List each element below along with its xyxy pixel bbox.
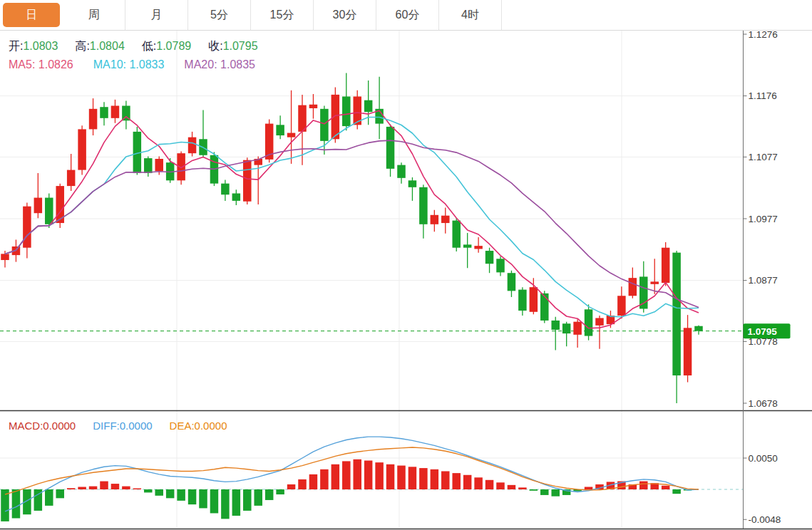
candle-body [342, 96, 351, 126]
macd-bar [89, 487, 98, 489]
macd-bar [508, 485, 516, 489]
ma20-line [5, 140, 699, 307]
macd-bar [210, 489, 219, 513]
tab-15min[interactable]: 15分 [251, 0, 314, 30]
candle-body [694, 326, 703, 331]
macd-bar [386, 464, 395, 489]
macd-bar [12, 489, 21, 518]
macd-bar [309, 474, 318, 489]
candle-body [45, 198, 53, 224]
macd-bar [188, 489, 197, 504]
candle-body [617, 296, 626, 316]
candle-body [364, 100, 372, 112]
macd-bar [397, 466, 406, 489]
macd-bar [320, 469, 329, 489]
candle-body [67, 170, 76, 187]
candle-body [639, 276, 648, 308]
macd-bar [287, 484, 296, 489]
candle-body [23, 207, 31, 248]
candle-body [111, 105, 120, 118]
macd-bar [78, 487, 86, 489]
macd-bar [177, 489, 185, 501]
candle-body [100, 107, 108, 118]
tab-5min[interactable]: 5分 [188, 0, 251, 30]
macd-bar [100, 482, 108, 489]
ma-lines [5, 110, 699, 328]
tab-month[interactable]: 月 [125, 0, 188, 30]
macd-bar [144, 489, 153, 492]
price-tick-label: 1.1176 [749, 90, 777, 101]
macd-bar [155, 489, 163, 496]
candle-body [287, 133, 296, 137]
macd-bar [672, 489, 681, 494]
axes [0, 31, 812, 529]
candle-body [562, 323, 571, 333]
candle-body [188, 137, 197, 154]
tab-4hour[interactable]: 4时 [439, 0, 502, 30]
candle-body [684, 328, 692, 375]
candle-body [540, 293, 549, 321]
candle-body [518, 290, 527, 311]
tab-day[interactable]: 日 [3, 3, 60, 27]
macd-bar [298, 479, 307, 489]
macd-bar [419, 468, 428, 489]
macd-bar [530, 489, 538, 491]
macd-bar [166, 489, 175, 498]
macd-bar [431, 469, 439, 489]
macd-bar [56, 489, 64, 498]
candle-body [397, 165, 406, 178]
candle-body [89, 109, 98, 130]
candle-body [441, 216, 450, 223]
macd-bar [639, 482, 648, 489]
candle-body [496, 259, 505, 272]
macd-bar [518, 487, 527, 489]
candles-layer [1, 73, 703, 403]
macd-bar [276, 489, 284, 494]
candle-body [595, 318, 604, 325]
candle-body [530, 287, 538, 312]
macd-tick-label: 0.0050 [749, 453, 778, 464]
macd-bar [474, 477, 483, 489]
candle-body [629, 278, 637, 296]
candle-body [221, 184, 230, 195]
macd-bar [551, 489, 560, 497]
macd-bar [441, 471, 450, 489]
candle-body [431, 215, 439, 224]
macd-bar [67, 488, 76, 489]
candle-body [155, 159, 163, 171]
macd-bar [122, 487, 130, 489]
chart-canvas: 1.12761.11761.10771.09771.08771.07781.06… [0, 31, 812, 530]
price-axis-labels: 1.12761.11761.10771.09771.08771.07781.06… [744, 31, 778, 409]
candle-body [508, 273, 516, 291]
macd-tick-label: -0.0048 [749, 514, 781, 525]
macd-bar [452, 473, 461, 489]
macd-bar [133, 489, 142, 490]
tab-60min[interactable]: 60分 [376, 0, 439, 30]
candle-body [386, 127, 395, 169]
macd-bar [221, 489, 230, 519]
tab-30min[interactable]: 30分 [314, 0, 376, 30]
macd-bar [375, 462, 384, 489]
macd-bar [199, 489, 207, 508]
candle-body [650, 281, 659, 284]
candle-body [144, 158, 153, 173]
candle-body [585, 309, 593, 336]
macd-bar [45, 489, 53, 506]
macd-bar [585, 487, 593, 489]
macd-bar [265, 489, 274, 500]
candle-body [408, 180, 417, 187]
candle-body [177, 153, 185, 180]
timeframe-tabbar: 日周月5分15分30分60分4时 [0, 0, 812, 31]
price-tag: 1.0795 [744, 323, 791, 338]
candle-body [419, 187, 428, 224]
candle-body [452, 221, 461, 248]
macd-bar [353, 459, 361, 489]
macd-bar [485, 480, 494, 489]
diff-line [5, 437, 699, 511]
macd-bar [364, 461, 372, 489]
candle-body [276, 125, 284, 135]
macd-bar [243, 489, 252, 511]
candle-body [474, 246, 483, 249]
candle-body [34, 198, 43, 214]
tab-week[interactable]: 周 [63, 0, 125, 30]
